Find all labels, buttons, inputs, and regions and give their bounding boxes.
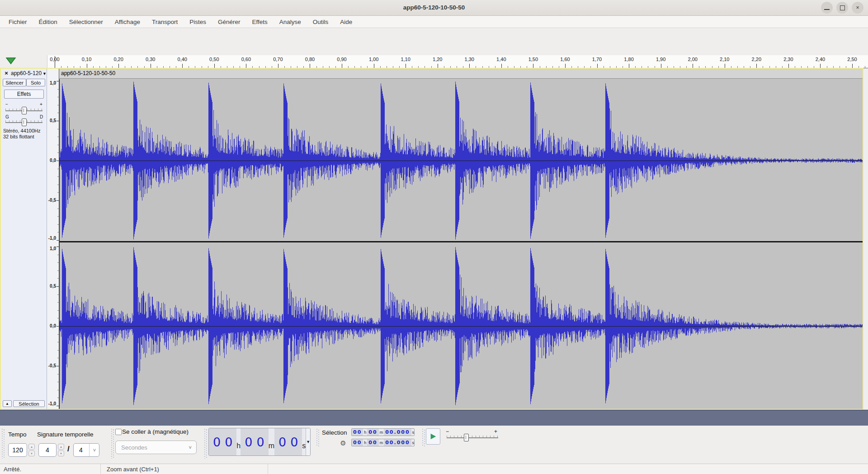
time-minutes[interactable]: 00 <box>241 428 268 455</box>
menu-aide[interactable]: Aide <box>334 16 358 28</box>
menu-edition[interactable]: Édition <box>33 16 63 28</box>
scale-tick-minor <box>57 113 59 113</box>
sel-start-h[interactable]: 00 <box>352 429 363 436</box>
timeline-tick-label: 1,00 <box>369 57 378 62</box>
pan-slider-thumb[interactable] <box>22 118 27 126</box>
gear-icon: ⚙ <box>340 439 346 447</box>
selection-end-field[interactable]: 00 h 00 m 00.000 s ▼ <box>351 439 415 446</box>
timeline-ruler[interactable]: 0,000,100,200,300,400,500,600,700,800,90… <box>0 55 868 68</box>
timeline-tick-major <box>310 64 310 68</box>
scale-tick-minor <box>57 192 59 193</box>
time-toolbar-grabber[interactable] <box>204 429 207 459</box>
scale-tick-minor <box>57 137 59 137</box>
speed-slider[interactable] <box>447 437 498 438</box>
timeline-ruler-bar[interactable]: 0,000,100,200,300,400,500,600,700,800,90… <box>0 55 868 68</box>
snap-unit-select[interactable]: Secondes ˅ <box>115 441 197 454</box>
menu-effets[interactable]: Effets <box>246 16 273 28</box>
sel-end-s[interactable]: 00.000 <box>384 439 411 446</box>
snap-toolbar-grabber[interactable] <box>111 429 114 459</box>
time-hours[interactable]: 00 <box>209 428 236 455</box>
time-seconds[interactable]: 00 <box>274 428 302 455</box>
sel-start-m[interactable]: 00 <box>367 429 378 436</box>
speed-toolbar-grabber[interactable] <box>422 429 425 447</box>
timeline-tick-label: 1,50 <box>528 57 538 62</box>
minimize-button[interactable] <box>821 2 833 14</box>
unit-h: h <box>363 439 367 446</box>
speed-slider-thumb[interactable] <box>464 434 469 441</box>
track-name[interactable]: app60-5-120▼ <box>11 70 47 76</box>
menu-affichage[interactable]: Affichage <box>109 16 146 28</box>
timeline-tick-label: 0,50 <box>209 57 219 62</box>
selection-start-field[interactable]: 00 h 00 m 00.000 s ▼ <box>351 428 415 436</box>
menu-fichier[interactable]: Fichier <box>3 16 33 28</box>
titlebar[interactable]: app60-5-120-10-50-50 × <box>0 0 868 16</box>
scale-label: -1,0 <box>48 401 56 406</box>
scale-label: 0,5 <box>50 118 56 123</box>
scale-tick-minor <box>57 145 59 145</box>
speed-max-label: + <box>494 428 497 435</box>
sel-end-h[interactable]: 00 <box>352 439 363 446</box>
statusbar-separator <box>268 464 268 474</box>
vertical-scale[interactable]: 1,00,50,0-0,5-1,01,00,50,0-0,5-1,0 <box>47 69 59 409</box>
waveform-path <box>60 81 863 405</box>
sel-end-m[interactable]: 00 <box>367 439 378 446</box>
timeline-tick-major <box>565 64 566 68</box>
snap-label: Se coller à (magnétique) <box>122 428 189 435</box>
timeline-tick-major <box>278 64 278 68</box>
timeline-tick-major <box>438 64 438 68</box>
menu-transport[interactable]: Transport <box>146 16 184 28</box>
scale-tick-minor <box>57 278 59 279</box>
timeline-tick-label: 2,50 <box>847 57 857 62</box>
snap-checkbox[interactable] <box>115 429 122 435</box>
scale-tick-minor <box>57 358 59 358</box>
menu-selectionner[interactable]: Sélectionner <box>63 16 109 28</box>
timeline-tick-label: 0,30 <box>146 57 155 62</box>
spin-down-icon[interactable]: ▼ <box>28 450 35 456</box>
scale-tick <box>57 161 59 161</box>
solo-button[interactable]: Solo <box>26 79 45 86</box>
timesig-lower-select[interactable]: 4 ˅ <box>73 443 99 457</box>
maximize-button[interactable] <box>836 2 848 14</box>
track-close-button[interactable]: × <box>3 70 10 77</box>
timeline-tick-label: 1,90 <box>656 57 665 62</box>
menu-pistes[interactable]: Pistes <box>184 16 212 28</box>
effects-button[interactable]: Effets <box>4 90 44 99</box>
spin-up-icon[interactable]: ▲ <box>58 444 64 450</box>
tempo-label: Tempo <box>8 431 27 438</box>
horizontal-scrollbar[interactable] <box>0 410 868 426</box>
scale-tick-minor <box>57 89 59 90</box>
sel-start-s[interactable]: 00.000 <box>384 429 411 436</box>
timeline-tick-label: 2,00 <box>688 57 697 62</box>
timeline-tick-major <box>182 64 183 68</box>
scale-tick-minor <box>57 382 59 382</box>
play-at-speed-button[interactable] <box>426 428 440 445</box>
menu-analyse[interactable]: Analyse <box>274 16 307 28</box>
waveform-area[interactable]: app60-5-120-10-50-50 <box>59 69 863 409</box>
selection-toolbar-grabber[interactable] <box>316 429 319 447</box>
gain-slider-thumb[interactable] <box>22 107 27 114</box>
selection-options-button[interactable]: ⚙ <box>338 438 348 448</box>
collapse-button[interactable]: ▲ <box>3 400 12 407</box>
timesig-upper-input[interactable]: 4 <box>38 443 57 457</box>
menu-outils[interactable]: Outils <box>307 16 335 28</box>
scale-tick-minor <box>57 350 59 351</box>
track-control-panel: × app60-5-120▼ Silencer Solo Effets − + … <box>1 69 47 409</box>
close-button[interactable]: × <box>852 2 863 14</box>
tempo-spinner[interactable]: ▲ ▼ <box>28 444 35 456</box>
track-panel-footer: ▲ Sélection <box>1 400 47 408</box>
scale-tick-minor <box>57 185 59 185</box>
menu-generer[interactable]: Générer <box>212 16 246 28</box>
timeline-tick-label: 1,20 <box>433 57 442 62</box>
timesig-toolbar-grabber[interactable] <box>2 429 5 459</box>
spin-down-icon[interactable]: ▼ <box>58 450 64 456</box>
spin-up-icon[interactable]: ▲ <box>28 444 35 450</box>
time-format-menu[interactable]: ▼ <box>306 428 310 455</box>
timesig-upper-spinner[interactable]: ▲ ▼ <box>58 444 64 456</box>
pan-left-label: G <box>5 114 9 119</box>
timeline-tick-major <box>374 64 374 68</box>
scale-tick-minor <box>57 169 59 169</box>
mute-button[interactable]: Silencer <box>3 79 26 86</box>
tempo-input[interactable]: 120 <box>8 443 27 457</box>
time-display[interactable]: 00 h 00 m 00 s ▼ <box>208 428 311 456</box>
selection-tab-button[interactable]: Sélection <box>13 400 45 407</box>
